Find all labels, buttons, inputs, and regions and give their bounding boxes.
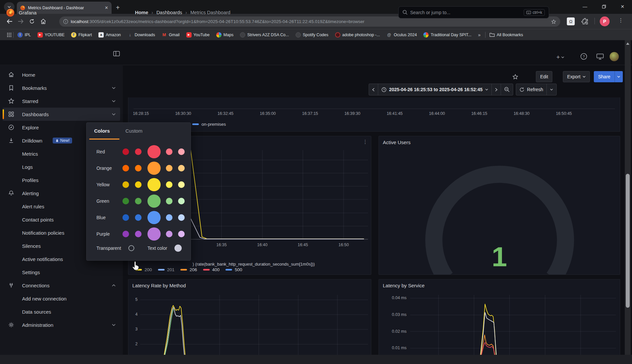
color-swatch-red-4[interactable] xyxy=(178,148,185,155)
legend-item-400[interactable]: 400 xyxy=(203,267,220,272)
favorite-star-icon[interactable] xyxy=(512,74,518,80)
text-color-swatch[interactable] xyxy=(174,245,182,252)
tab-close-icon[interactable]: ✕ xyxy=(105,5,108,10)
grafana-brand[interactable]: Grafana xyxy=(6,8,37,17)
sidebar-item-starred[interactable]: Starred xyxy=(0,94,123,108)
color-swatch-orange-4[interactable] xyxy=(178,165,185,171)
home-button[interactable] xyxy=(38,16,49,27)
color-swatch-green-2[interactable] xyxy=(147,195,161,208)
share-button[interactable]: Share xyxy=(594,71,623,82)
bookmark-star-icon[interactable] xyxy=(551,19,556,24)
add-new-button[interactable]: + xyxy=(556,54,564,61)
bookmarks-overflow-chevron[interactable]: » xyxy=(478,32,481,38)
reload-button[interactable] xyxy=(26,16,38,27)
extension-omega-icon[interactable]: Ω xyxy=(567,17,575,25)
color-swatch-green-0[interactable] xyxy=(122,198,129,204)
color-swatch-blue-1[interactable] xyxy=(135,214,142,221)
sidebar-item-connections[interactable]: Connections xyxy=(0,279,123,292)
sidebar-item-data-sources[interactable]: Data sources xyxy=(0,305,123,318)
time-forward-button[interactable] xyxy=(491,84,501,95)
color-swatch-yellow-0[interactable] xyxy=(122,181,129,188)
refresh-interval-chevron[interactable] xyxy=(546,84,556,95)
share-dropdown-chevron[interactable] xyxy=(615,71,623,82)
color-swatch-yellow-1[interactable] xyxy=(135,181,142,188)
time-back-button[interactable] xyxy=(369,84,378,95)
color-swatch-purple-4[interactable] xyxy=(178,231,185,237)
color-swatch-green-3[interactable] xyxy=(166,198,172,204)
sidebar-item-settings[interactable]: Settings xyxy=(0,266,123,279)
browser-profile-avatar[interactable]: P xyxy=(600,16,610,26)
tab-custom[interactable]: Custom xyxy=(125,128,143,134)
edit-button[interactable]: Edit xyxy=(536,71,552,82)
bookmark-item-strivers-a2z-dsa-co[interactable]: Strivers A2Z DSA Co... xyxy=(240,32,289,38)
color-swatch-orange-2[interactable] xyxy=(147,162,161,175)
bookmark-item-adobe-photoshop[interactable]: adobe photoshop -... xyxy=(335,32,380,38)
sidebar-item-add-new-connection[interactable]: Add new connection xyxy=(0,292,123,305)
extensions-puzzle-icon[interactable] xyxy=(581,17,589,25)
export-button[interactable]: Export xyxy=(563,71,590,82)
window-minimize-button[interactable]: — xyxy=(577,0,592,13)
zoom-out-button[interactable] xyxy=(501,84,513,95)
bookmark-item-traditional-day-spit[interactable]: Traditional Day SPIT... xyxy=(423,32,471,38)
color-swatch-purple-3[interactable] xyxy=(166,231,172,237)
page-scrollbar[interactable] xyxy=(625,40,631,355)
sidebar-collapse-icon[interactable] xyxy=(113,51,120,56)
bookmark-item-youtube[interactable]: ▶YouTube xyxy=(186,32,210,38)
color-swatch-red-0[interactable] xyxy=(122,148,129,155)
scroll-up-arrow[interactable] xyxy=(625,41,631,46)
window-restore-button[interactable] xyxy=(596,0,612,13)
forward-button[interactable] xyxy=(15,16,26,27)
monitor-icon[interactable] xyxy=(596,54,604,60)
breadcrumb-home[interactable]: Home xyxy=(135,10,148,15)
scrollbar-thumb[interactable] xyxy=(626,174,630,308)
color-swatch-purple-1[interactable] xyxy=(135,231,142,237)
color-swatch-blue-3[interactable] xyxy=(166,214,172,221)
color-swatch-orange-1[interactable] xyxy=(135,165,142,171)
sidebar-item-administration[interactable]: Administration xyxy=(0,318,123,331)
bookmark-item-maps[interactable]: Maps xyxy=(216,32,234,38)
latency-method-chart[interactable] xyxy=(140,295,368,355)
bookmark-item-gmail[interactable]: MGmail xyxy=(162,32,180,38)
sidebar-item-bookmarks[interactable]: Bookmarks xyxy=(0,81,123,94)
bookmark-item-downloads[interactable]: ↓Downloads xyxy=(127,32,155,38)
user-avatar[interactable] xyxy=(610,52,619,61)
bookmark-item-oculus-2024[interactable]: @Oculus 2024 xyxy=(386,32,417,38)
color-swatch-yellow-4[interactable] xyxy=(178,181,185,188)
back-button[interactable] xyxy=(4,16,15,27)
color-swatch-red-2[interactable] xyxy=(147,145,161,158)
time-range-picker[interactable]: 2025-04-26 16:25:53 to 2025-04-26 16:52:… xyxy=(378,84,491,95)
legend-item-500[interactable]: 500 xyxy=(225,267,242,272)
window-close-button[interactable]: ✕ xyxy=(615,0,630,13)
color-swatch-red-1[interactable] xyxy=(135,148,142,155)
site-info-icon[interactable] xyxy=(63,19,68,24)
color-swatch-yellow-2[interactable] xyxy=(147,178,161,191)
transparent-swatch[interactable] xyxy=(128,245,134,251)
help-icon[interactable]: ? xyxy=(580,53,587,60)
color-swatch-purple-2[interactable] xyxy=(147,227,161,241)
refresh-button[interactable]: Refresh xyxy=(516,84,546,95)
color-swatch-red-3[interactable] xyxy=(166,148,172,155)
panel-menu-icon[interactable]: ⋮ xyxy=(363,139,368,145)
breadcrumb-dashboards[interactable]: Dashboards xyxy=(156,10,182,15)
sidebar-item-home[interactable]: Home xyxy=(0,68,123,81)
browser-menu-icon[interactable]: ⋮ xyxy=(618,17,623,23)
color-swatch-green-1[interactable] xyxy=(135,198,142,204)
color-swatch-yellow-3[interactable] xyxy=(166,181,172,188)
bookmark-item-youtube[interactable]: ▶YOUTUBE xyxy=(38,32,65,38)
color-swatch-blue-0[interactable] xyxy=(122,214,129,221)
bookmark-item-spotify-codes[interactable]: Spotify Codes xyxy=(296,32,329,38)
bookmark-item-flipkart[interactable]: FFlipkart xyxy=(71,32,92,38)
bookmark-item-ipl[interactable]: IIPL xyxy=(17,32,31,38)
all-bookmarks-button[interactable]: All Bookmarks xyxy=(489,33,523,37)
sidebar-item-dashboards[interactable]: Dashboards xyxy=(3,108,120,121)
apps-grid-icon[interactable] xyxy=(7,32,12,38)
color-swatch-purple-0[interactable] xyxy=(122,231,129,237)
tab-colors[interactable]: Colors xyxy=(94,128,110,134)
latency-service-chart[interactable] xyxy=(410,295,616,355)
color-swatch-green-4[interactable] xyxy=(178,198,185,204)
legend-item-201[interactable]: 201 xyxy=(158,267,175,272)
color-swatch-blue-2[interactable] xyxy=(147,211,161,224)
series-legend[interactable]: on-premises xyxy=(192,122,226,127)
legend-item-206[interactable]: 206 xyxy=(180,267,197,272)
search-input[interactable]: Search or jump to... ctrl+k xyxy=(398,6,549,18)
